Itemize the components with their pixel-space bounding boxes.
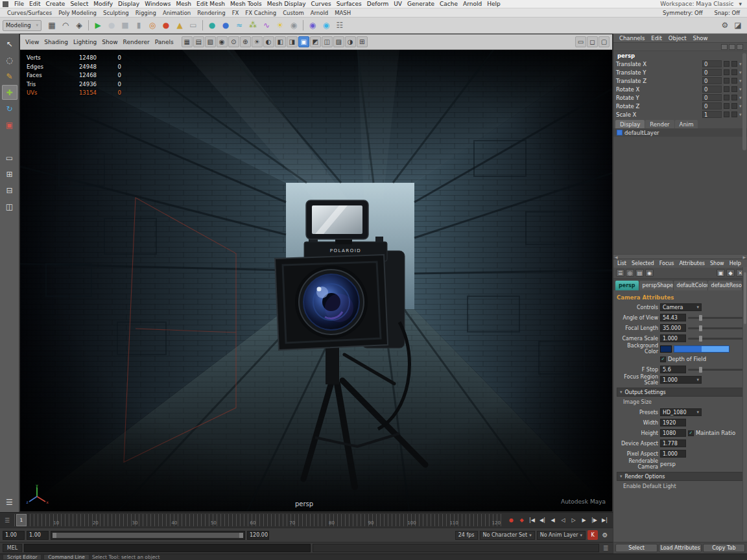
camera-scale-slider[interactable]: [688, 338, 744, 340]
channel-value-field[interactable]: 1: [702, 111, 722, 118]
select-highlight-icon[interactable]: ▦: [182, 36, 193, 47]
range-handle-left[interactable]: [53, 533, 56, 538]
Translate X[interactable]: Translate X 0 ▾: [613, 60, 747, 68]
bookmarks-icon[interactable]: ▧: [205, 36, 216, 47]
pixel-aspect-field[interactable]: 1.000: [660, 450, 686, 458]
menu-item[interactable]: Help: [484, 0, 503, 8]
attribute-editor-scrollbar[interactable]: [742, 267, 747, 541]
xray-icon[interactable]: ◫: [322, 36, 333, 47]
anim-layer-dropdown[interactable]: No Anim Layer ▾: [537, 531, 586, 540]
fstop-slider[interactable]: [688, 369, 744, 371]
menu-set-selector[interactable]: Modeling ▾: [3, 20, 42, 31]
move-layer-icon[interactable]: [737, 44, 743, 50]
keyable-box-icon[interactable]: [724, 78, 729, 84]
angle-of-view-field[interactable]: 54.43: [660, 314, 686, 321]
keyable-box-icon[interactable]: [724, 61, 729, 67]
isolate-select-icon[interactable]: ▨: [333, 36, 344, 47]
camera-attributes-section-header[interactable]: Camera Attributes: [617, 294, 744, 301]
node-tab[interactable]: perspShape: [639, 281, 673, 290]
animation-end-field[interactable]: 120.00: [247, 531, 269, 540]
attribute-editor-menu-item[interactable]: Selected: [629, 260, 657, 268]
next-key-button[interactable]: |▶: [589, 515, 599, 526]
channel-box-menu-item[interactable]: Show: [689, 34, 711, 42]
cylinder-icon[interactable]: ▮: [132, 19, 145, 32]
arnold-ball-icon[interactable]: ●: [160, 19, 172, 32]
snap-point-icon[interactable]: ◈: [73, 19, 86, 32]
background-color-swatch[interactable]: [660, 345, 672, 353]
auto-keyframe-toggle[interactable]: K: [587, 530, 598, 540]
Rotate X[interactable]: Rotate X 0 ▾: [613, 85, 747, 93]
ae-focus-icon[interactable]: ◎: [626, 269, 634, 277]
shelf-tab[interactable]: Rigging: [132, 9, 160, 17]
locked-box-icon[interactable]: [731, 95, 737, 100]
height-field[interactable]: 1080: [660, 429, 686, 437]
scale-tool-icon[interactable]: ▣: [2, 117, 18, 132]
presets-dropdown[interactable]: HD_1080 ▾: [660, 408, 702, 416]
locked-box-icon[interactable]: [731, 61, 737, 67]
attribute-editor-menu-item[interactable]: Attributes: [677, 260, 708, 268]
range-slider-bar[interactable]: [53, 533, 243, 538]
channel-box-menu-item[interactable]: Object: [665, 34, 690, 42]
menu-item[interactable]: Surfaces: [334, 0, 364, 8]
node-tab[interactable]: defaultColorMgtGlobals: [674, 281, 707, 290]
light-icon[interactable]: ☀: [274, 19, 287, 32]
ae-copy-icon[interactable]: ▣: [717, 269, 725, 277]
layout-two-pane-icon[interactable]: ⊟: [2, 183, 18, 198]
go-to-start-button[interactable]: |◀: [527, 515, 537, 526]
playback-start-field[interactable]: 1.00: [3, 531, 25, 540]
ae-action-button[interactable]: Select: [615, 544, 658, 552]
render-options-section-bar[interactable]: ▾ Render Options: [617, 472, 744, 481]
focal-length-field[interactable]: 35.000: [660, 324, 686, 332]
snap-grid-icon[interactable]: ▦: [45, 19, 58, 32]
node-tab[interactable]: persp: [615, 281, 639, 290]
camera-scale-field[interactable]: 1.000: [660, 334, 686, 342]
menu-item[interactable]: Cache: [437, 0, 460, 8]
keyable-box-icon[interactable]: [724, 95, 729, 100]
attribute-editor-menu-item[interactable]: Help: [727, 260, 744, 268]
record-button[interactable]: ●: [506, 515, 516, 526]
menu-item[interactable]: Arnold: [460, 0, 484, 8]
channel-value-field[interactable]: 0: [702, 94, 722, 101]
range-handle-right[interactable]: [239, 533, 243, 538]
layout-four-pane-icon[interactable]: ⊞: [2, 167, 18, 181]
controls-dropdown[interactable]: Camera ▾: [660, 303, 702, 311]
grease-pencil-icon[interactable]: ▤: [193, 36, 204, 47]
fluid-icon[interactable]: ≈: [233, 19, 246, 32]
time-slider-track[interactable]: 0102030405060708090100110120 1: [14, 514, 503, 526]
pan-zoom-icon[interactable]: ⊕: [240, 36, 251, 47]
channel-value-field[interactable]: 0: [702, 77, 722, 84]
shelf-tab[interactable]: FX: [229, 9, 243, 17]
selected-object-name[interactable]: persp: [613, 51, 747, 60]
viewport-menu-item[interactable]: Panels: [152, 38, 176, 46]
shelf-tab[interactable]: Animation: [160, 9, 194, 17]
shadows-icon[interactable]: ◐: [263, 36, 274, 47]
channel-value-field[interactable]: 0: [702, 102, 722, 110]
shelf-tab[interactable]: MASH: [331, 9, 354, 17]
shelf-tab[interactable]: Custom: [279, 9, 307, 17]
ao-icon[interactable]: ◧: [275, 36, 286, 47]
previous-key-button[interactable]: ◀|: [538, 515, 547, 526]
play-forward-button[interactable]: ▷: [569, 515, 578, 526]
menu-item[interactable]: Edit Mesh: [194, 0, 228, 8]
viewport-menu-item[interactable]: View: [23, 38, 42, 46]
width-field[interactable]: 1920: [660, 419, 686, 426]
menu-item[interactable]: Generate: [405, 0, 437, 8]
depth-of-field-checkbox[interactable]: ✓: [660, 356, 666, 362]
layer-row[interactable]: defaultLayer: [613, 128, 747, 137]
script-editor-icon[interactable]: ☰: [601, 545, 610, 552]
exposure-icon[interactable]: ◑: [345, 36, 356, 47]
lock-camera-icon[interactable]: ⊙: [228, 36, 239, 47]
status-chip[interactable]: Command Line: [43, 554, 89, 560]
textured-mode-icon[interactable]: ▣: [298, 36, 309, 47]
viewport-menu-item[interactable]: Lighting: [71, 38, 99, 46]
command-language-toggle[interactable]: MEL: [3, 544, 22, 552]
timeline-menu-icon[interactable]: ☰: [0, 513, 14, 528]
render-settings-icon[interactable]: ☷: [333, 19, 346, 32]
scroll-right-icon[interactable]: ▶: [742, 255, 746, 259]
gamma-icon[interactable]: ⊞: [357, 36, 368, 47]
keyable-box-icon[interactable]: [724, 103, 729, 109]
shelf-tab[interactable]: Curves/Surfaces: [4, 9, 55, 17]
channel-value-field[interactable]: 0: [702, 69, 722, 76]
menu-item[interactable]: Mesh Display: [265, 0, 309, 8]
gate-mask-icon[interactable]: ▢: [599, 36, 610, 47]
